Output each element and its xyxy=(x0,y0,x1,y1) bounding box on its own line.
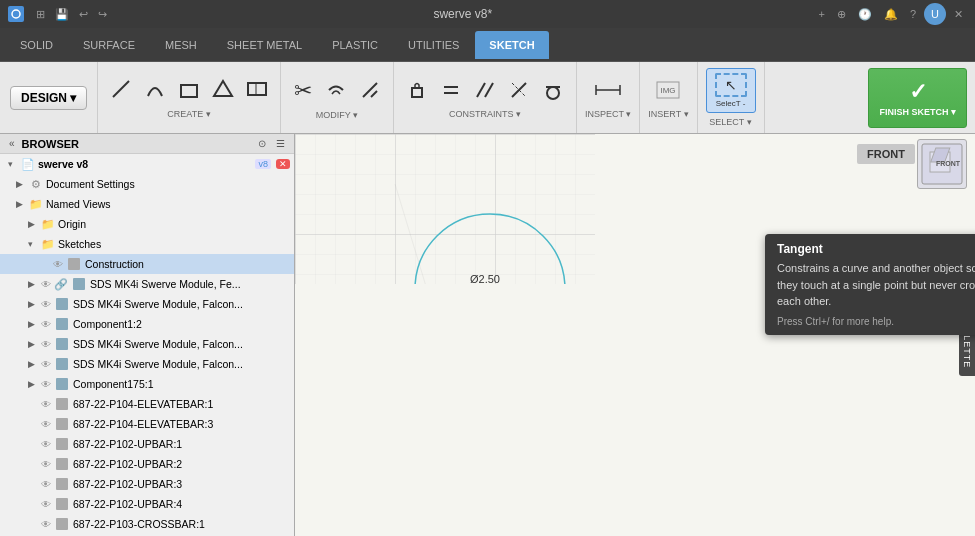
eye-icon: 👁 xyxy=(41,359,51,370)
tab-surface[interactable]: SURFACE xyxy=(69,31,149,59)
rect2-tool-btn[interactable] xyxy=(242,76,272,105)
browser-pin-btn[interactable]: ⊙ xyxy=(255,137,269,150)
title-bar: ⊞ 💾 ↩ ↪ swerve v8* + ⊕ 🕐 🔔 ? U ✕ xyxy=(0,0,975,28)
eye-icon: 👁 xyxy=(41,419,51,430)
browser-collapse-btn[interactable]: « xyxy=(6,137,18,150)
tree-item-named-views[interactable]: ▶ 📁 Named Views xyxy=(0,194,294,214)
parallel-icon xyxy=(474,79,496,103)
offset-btn[interactable] xyxy=(321,77,351,105)
redo-btn[interactable]: ↪ xyxy=(94,6,111,23)
tangent-btn[interactable] xyxy=(538,77,568,105)
tree-item-cross1[interactable]: 👁 687-22-P103-CROSSBAR:1 xyxy=(0,514,294,534)
svg-line-7 xyxy=(371,91,377,97)
tab-sheet-metal[interactable]: SHEET METAL xyxy=(213,31,316,59)
tree-item-origin[interactable]: ▶ 📁 Origin xyxy=(0,214,294,234)
extend-btn[interactable] xyxy=(355,77,385,105)
tree-label: 687-22-P104-ELEVATEBAR:3 xyxy=(73,418,290,430)
tree-label: Construction xyxy=(85,258,290,270)
tree-item-upbar4[interactable]: 👁 687-22-P102-UPBAR:4 xyxy=(0,494,294,514)
grid-btn[interactable]: ⊞ xyxy=(32,6,49,23)
folder-icon: 📁 xyxy=(41,217,55,231)
clock-btn[interactable]: 🕐 xyxy=(854,6,876,23)
parallel-btn[interactable] xyxy=(470,77,500,105)
canvas-area[interactable]: Ø2.50 Ø2.50 FRONT FRONT xyxy=(295,134,975,536)
create-label: CREATE ▾ xyxy=(167,109,210,119)
tab-mesh[interactable]: MESH xyxy=(151,31,211,59)
tree-item-comp175[interactable]: ▶ 👁 Component175:1 xyxy=(0,374,294,394)
svg-text:IMG: IMG xyxy=(661,86,676,95)
component-icon xyxy=(56,318,68,330)
perp-btn[interactable] xyxy=(504,77,534,105)
polygon-tool-btn[interactable] xyxy=(208,76,238,105)
dimension-btn[interactable] xyxy=(590,77,626,105)
body-icon xyxy=(56,478,68,490)
tree-item-sketches[interactable]: ▾ 📁 Sketches xyxy=(0,234,294,254)
scissors-btn[interactable]: ✂ xyxy=(289,76,317,106)
body-icon xyxy=(56,398,68,410)
component-icon xyxy=(56,378,68,390)
tree-item-sds4[interactable]: ▶ 👁 SDS MK4i Swerve Module, Falcon... xyxy=(0,354,294,374)
tree-item-comp12[interactable]: ▶ 👁 Component1:2 xyxy=(0,314,294,334)
select-btn[interactable]: ↖ SelecT - xyxy=(706,68,756,113)
user-avatar[interactable]: U xyxy=(924,3,946,25)
arc-icon xyxy=(144,78,166,103)
arc-tool-btn[interactable] xyxy=(140,76,170,105)
tree-item-construction[interactable]: 👁 Construction xyxy=(0,254,294,274)
help-btn[interactable]: ? xyxy=(906,6,920,22)
root-close-btn[interactable]: ✕ xyxy=(276,159,290,169)
design-button[interactable]: DESIGN ▾ xyxy=(10,86,87,110)
tree-item-sds3[interactable]: ▶ 👁 SDS MK4i Swerve Module, Falcon... xyxy=(0,334,294,354)
tab-utilities[interactable]: UTILITIES xyxy=(394,31,473,59)
tree-item-elev3[interactable]: 👁 687-22-P104-ELEVATEBAR:3 xyxy=(0,414,294,434)
tab-sketch[interactable]: SKETCH xyxy=(475,31,548,59)
eye-icon: 👁 xyxy=(41,379,51,390)
polygon-icon xyxy=(212,78,234,103)
eye-icon: 👁 xyxy=(41,299,51,310)
svg-rect-4 xyxy=(248,83,266,95)
svg-line-6 xyxy=(363,83,377,97)
window-title: swerve v8* xyxy=(119,7,806,21)
browser-menu-btn[interactable]: ☰ xyxy=(273,137,288,150)
tree-item-doc-settings[interactable]: ▶ ⚙ Document Settings xyxy=(0,174,294,194)
offset-icon xyxy=(325,79,347,103)
line-tool-btn[interactable] xyxy=(106,76,136,105)
save-btn[interactable]: 💾 xyxy=(51,6,73,23)
eye-icon: 👁 xyxy=(41,479,51,490)
tree-label: Named Views xyxy=(46,198,290,210)
finish-sketch-section: ✓ FINISH SKETCH ▾ xyxy=(860,62,975,133)
tooltip-hint: Press Ctrl+/ for more help. xyxy=(777,316,975,327)
svg-rect-8 xyxy=(412,88,422,97)
tree-item-upbar3[interactable]: 👁 687-22-P102-UPBAR:3 xyxy=(0,474,294,494)
nav-cube[interactable]: FRONT xyxy=(917,139,967,189)
tab-plastic[interactable]: PLASTIC xyxy=(318,31,392,59)
tree-item-root[interactable]: ▾ 📄 swerve v8 v8 ✕ xyxy=(0,154,294,174)
tree-item-sds2[interactable]: ▶ 👁 SDS MK4i Swerve Module, Falcon... xyxy=(0,294,294,314)
constraints-label: CONSTRAINTS ▾ xyxy=(449,109,521,119)
tree-item-upbar2[interactable]: 👁 687-22-P102-UPBAR:2 xyxy=(0,454,294,474)
tree-label: 687-22-P102-UPBAR:3 xyxy=(73,478,290,490)
rectangle-tool-btn[interactable] xyxy=(174,76,204,105)
equal-btn[interactable] xyxy=(436,77,466,105)
tree-item-elev1[interactable]: 👁 687-22-P104-ELEVATEBAR:1 xyxy=(0,394,294,414)
browser-btn[interactable]: ⊕ xyxy=(833,6,850,23)
body-icon xyxy=(56,438,68,450)
close-window-btn[interactable]: ✕ xyxy=(950,6,967,23)
arrow-icon: ▾ xyxy=(28,239,38,249)
tab-solid[interactable]: SOLID xyxy=(6,31,67,59)
sketch-svg: Ø2.50 Ø2.50 xyxy=(295,134,595,284)
fix-btn[interactable] xyxy=(402,77,432,105)
arrow-icon: ▶ xyxy=(16,199,26,209)
undo-btn[interactable]: ↩ xyxy=(75,6,92,23)
tree-item-upbar1[interactable]: 👁 687-22-P102-UPBAR:1 xyxy=(0,434,294,454)
finish-sketch-btn[interactable]: ✓ FINISH SKETCH ▾ xyxy=(868,68,967,128)
tooltip-body: Constrains a curve and another object so… xyxy=(777,260,975,310)
root-tag[interactable]: v8 xyxy=(255,159,271,169)
tree-label: Sketches xyxy=(58,238,290,250)
insert-btn[interactable]: IMG xyxy=(650,77,686,105)
tree-item-sds1[interactable]: ▶ 👁 🔗 SDS MK4i Swerve Module, Fe... xyxy=(0,274,294,294)
inspect-label: INSPECT ▾ xyxy=(585,109,631,119)
arrow-icon: ▶ xyxy=(28,359,38,369)
new-tab-btn[interactable]: + xyxy=(814,6,828,22)
tree-label: 687-22-P102-UPBAR:4 xyxy=(73,498,290,510)
bell-btn[interactable]: 🔔 xyxy=(880,6,902,23)
